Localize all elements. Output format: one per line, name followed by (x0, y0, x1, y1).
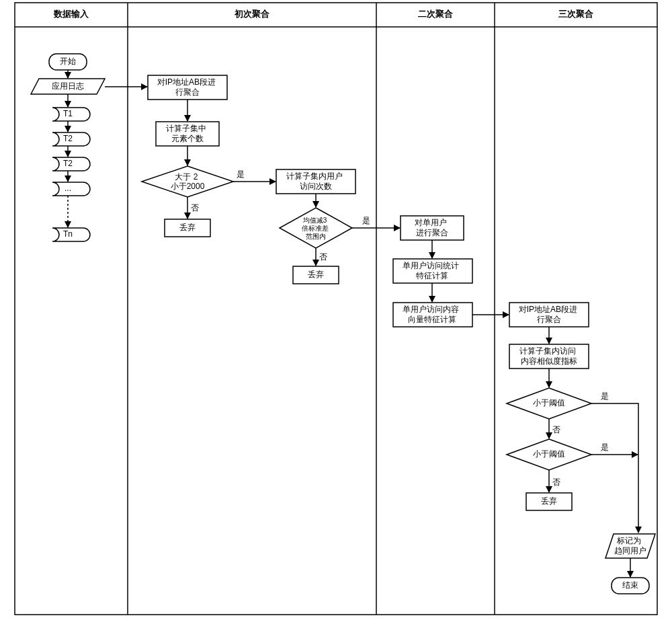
dec-std-label: 均值减3 倍标准差 范围内 (302, 217, 331, 240)
header-col1: 数据输入 (53, 9, 89, 19)
header-col2: 初次聚合 (234, 9, 269, 19)
vec-calc-label: 单用户访问内容 向量特征计算 (403, 305, 461, 324)
end-label: 结束 (622, 580, 638, 590)
dec-std-yes: 是 (362, 216, 370, 225)
svg-text:T2: T2 (63, 159, 73, 168)
count-sub-label: 计算子集中 元素个数 (166, 124, 208, 143)
log-label: 应用日志 (52, 81, 84, 91)
dec-thresh2-label: 小于阈值 (533, 449, 565, 459)
svg-text:...: ... (65, 184, 71, 193)
dec2-no: 否 (552, 477, 560, 487)
mark-label: 标记为 趋同用户 (614, 536, 646, 555)
dec-range-yes: 是 (237, 169, 245, 179)
discard2-label: 丢弃 (308, 270, 324, 279)
dec-range-label: 大于 2 小于2000 (171, 172, 205, 191)
dec1-no: 否 (552, 425, 560, 434)
discard3-label: 丢弃 (541, 496, 557, 506)
discard1-label: 丢弃 (179, 223, 196, 232)
header-col3: 二次聚合 (418, 9, 453, 19)
dec-std-no: 否 (319, 252, 327, 262)
svg-text:Tn: Tn (63, 229, 73, 239)
swimlane-flowchart: 数据输入 初次聚合 二次聚合 三次聚合 开始 应用日志 T1 T2 T2 ...… (0, 0, 672, 620)
dec-thresh1-label: 小于阈值 (533, 398, 565, 408)
svg-text:T2: T2 (63, 134, 73, 143)
header-col4: 三次聚合 (558, 9, 593, 19)
svg-text:T1: T1 (63, 109, 73, 118)
sim-calc-label: 计算子集内访问 内容相似度指标 (519, 346, 578, 366)
start-label: 开始 (60, 56, 76, 66)
agg-user-label: 对单用户 进行聚合 (415, 218, 449, 237)
dec2-yes: 是 (601, 442, 609, 452)
dec1-yes: 是 (601, 391, 609, 401)
dec-range-no: 否 (191, 203, 199, 212)
